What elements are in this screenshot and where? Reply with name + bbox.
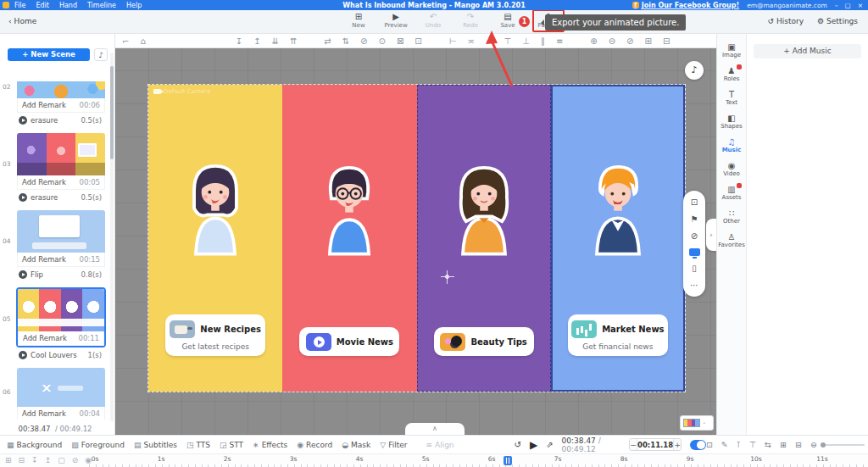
delete-icon[interactable]: ⊠	[397, 35, 403, 47]
lock-icon[interactable]: ⊘	[360, 35, 367, 47]
track-box-icon[interactable]: ▢	[58, 456, 65, 464]
character-man[interactable]	[577, 154, 659, 256]
minimize-button[interactable]: –	[835, 2, 838, 9]
tab-video[interactable]: ◉ Video	[717, 161, 746, 185]
tab-shapes[interactable]: ◧ Shapes	[717, 114, 746, 137]
send-to-top-icon[interactable]: ↥	[253, 35, 260, 47]
desktop-view-icon[interactable]	[689, 248, 700, 256]
scene-thumbnail[interactable]	[17, 368, 105, 407]
flip-vertical-icon[interactable]: ⇅	[342, 35, 349, 47]
menu-timeline[interactable]: Timeline	[87, 2, 116, 9]
card-new-recipes[interactable]: New Recipes Get latest recipes	[165, 314, 265, 356]
remark-label[interactable]: Add Remark	[22, 178, 66, 186]
flip-horizontal-icon[interactable]: ⇄	[324, 35, 331, 47]
tab-music[interactable]: ♫ Music	[717, 137, 746, 161]
card-beauty-tips[interactable]: Beauty Tips	[434, 327, 534, 356]
subtitles-button[interactable]: ▤ Subtitles	[134, 441, 177, 449]
play-button[interactable]: ▶	[530, 439, 537, 451]
remark-label[interactable]: Add Remark	[22, 409, 66, 418]
align-bottom-icon[interactable]: ⊥	[522, 35, 530, 47]
align-button[interactable]: ≡ Align	[426, 441, 453, 449]
align-right-icon[interactable]: ⊣	[486, 35, 493, 47]
edit-icon[interactable]: ✎	[721, 440, 728, 449]
facebook-group-link[interactable]: f Join Our Facebook Group!	[632, 2, 739, 9]
preview-button[interactable]: ▶ Preview	[383, 12, 409, 30]
scene-thumbnail[interactable]	[18, 289, 104, 331]
menu-edit[interactable]: Edit	[36, 2, 49, 9]
zoom-out-icon[interactable]: ⊖	[609, 35, 615, 47]
fit-screen-icon[interactable]: ⊡	[691, 197, 698, 207]
menu-help[interactable]: Help	[126, 2, 142, 9]
timeline-ruler[interactable]: ⊞ ⊟ ↧ ↥ ▢ ⊘ ◉ 0s 1s 2s 3s 4s 5s 6s 7s 8s…	[0, 453, 868, 467]
transition-row[interactable]: erasure 0.5(s)	[17, 190, 105, 204]
autoplay-toggle[interactable]	[690, 440, 706, 450]
minimap[interactable]: –	[680, 415, 714, 431]
more-icon[interactable]: ⋯	[690, 281, 698, 290]
lock-canvas-icon[interactable]: ⊘	[626, 35, 633, 47]
copy-icon[interactable]: ⊞	[644, 35, 651, 47]
effects-button[interactable]: ∗ Effects	[253, 441, 287, 449]
menu-file[interactable]: File	[14, 2, 25, 9]
playhead-handle[interactable]	[504, 456, 512, 465]
align-left-icon[interactable]: ⊢	[449, 35, 457, 47]
stt-button[interactable]: ◲ STT	[220, 441, 243, 449]
character-woman[interactable]	[443, 154, 525, 256]
align-top-icon[interactable]: ⊤	[504, 35, 511, 47]
duration-plus-button[interactable]: +	[674, 439, 681, 451]
remark-label[interactable]: Add Remark	[23, 334, 67, 342]
scene-item-03[interactable]: 03 Add Remark 00:05 erasure 0.5(s)	[0, 133, 110, 204]
scene-thumbnail[interactable]	[17, 210, 105, 253]
minimap-minimize-icon[interactable]: –	[703, 420, 706, 426]
close-button[interactable]: ×	[858, 2, 863, 9]
new-button[interactable]: ⊞ New	[346, 12, 371, 30]
fullscreen-icon[interactable]: ⇗	[546, 440, 553, 449]
group-icon[interactable]: ⊡	[415, 35, 421, 47]
transition-row[interactable]: Flip 0.8(s)	[17, 267, 105, 281]
move-track-down-icon[interactable]: ↧	[31, 456, 38, 464]
paste-icon[interactable]: ⊟	[663, 35, 670, 47]
remark-label[interactable]: Add Remark	[22, 101, 66, 109]
mask-button[interactable]: ◒ Mask	[342, 441, 370, 449]
filter-button[interactable]: ▽ Filter	[380, 441, 407, 449]
scene-music-button[interactable]: ♪	[94, 48, 108, 61]
snap-icon[interactable]: ⌐	[122, 35, 129, 47]
history-button[interactable]: ↺ History	[767, 17, 804, 25]
remove-track-icon[interactable]: ⊟	[19, 456, 25, 464]
scene-music-fab[interactable]: ♪	[685, 61, 704, 80]
text-down-icon[interactable]: ⊺	[737, 440, 741, 449]
swap-icon[interactable]: ⇆	[765, 440, 771, 449]
distribute-vertical-icon[interactable]: ≡	[556, 35, 563, 47]
zoom-in-icon[interactable]: ⊕	[590, 35, 597, 47]
distribute-horizontal-icon[interactable]: ∥	[541, 35, 545, 47]
settings-button[interactable]: ⚙ Settings	[817, 17, 858, 25]
panel-yellow[interactable]: New Recipes Get latest recipes	[148, 85, 282, 392]
canvas-workspace[interactable]: New Recipes Get latest recipes	[115, 48, 716, 435]
foreground-button[interactable]: ▧ Foreground	[71, 441, 125, 449]
send-to-bottom-icon[interactable]: ↧	[236, 35, 242, 47]
new-scene-button[interactable]: + New Scene	[8, 48, 90, 61]
home-back-button[interactable]: ‹ Home	[8, 17, 36, 25]
stage[interactable]: New Recipes Get latest recipes	[148, 85, 685, 392]
reset-view-icon[interactable]: ⌂	[140, 35, 145, 47]
scene-item-02[interactable]: 02 Add Remark 00:06 erasure 0.5(s)	[0, 81, 110, 127]
tab-favorites[interactable]: ♙ Favorites	[717, 232, 746, 256]
character-boy-glasses[interactable]	[309, 154, 390, 256]
tab-other[interactable]: ∷ Other	[717, 208, 746, 232]
collapse-right-panel-tab[interactable]: ›	[706, 219, 716, 251]
move-down-icon[interactable]: ⇊	[272, 35, 279, 47]
snapshot-icon[interactable]: ⊡	[706, 440, 713, 449]
unlock-icon[interactable]: ⊙	[378, 35, 385, 47]
menu-hand[interactable]: Hand	[59, 2, 77, 9]
scene-thumbnail[interactable]	[17, 133, 105, 175]
panel-blue[interactable]: Market News Get financial news	[551, 85, 685, 392]
collapse-timeline-tab[interactable]: ∧	[405, 423, 465, 435]
scene-thumbnail[interactable]	[17, 81, 105, 98]
background-button[interactable]: ▦ Background	[7, 441, 62, 449]
panel-purple[interactable]: Beauty Tips	[417, 85, 551, 392]
zoom-slider[interactable]	[821, 444, 865, 446]
frame-icon[interactable]: ⊟	[795, 440, 802, 449]
add-track-icon[interactable]: ⊞	[5, 456, 12, 464]
tab-text[interactable]: T Text	[717, 90, 746, 114]
mobile-view-icon[interactable]: ▯	[692, 264, 697, 273]
record-button[interactable]: ◉ Record	[297, 441, 332, 449]
